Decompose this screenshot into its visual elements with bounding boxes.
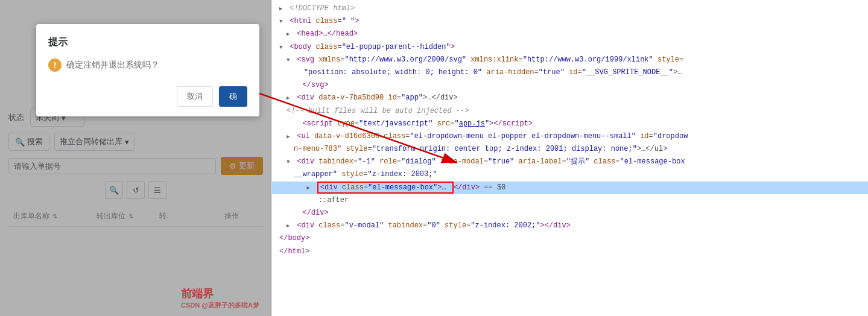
code-line-11: <div tabindex="-1" role="dialog" aria-mo… bbox=[272, 156, 868, 168]
triangle-3[interactable] bbox=[287, 28, 293, 40]
code-line-17: </html> bbox=[272, 245, 868, 258]
dialog-overlay: 提示 ! 确定注销并退出系统吗？ 取消 确 bbox=[0, 0, 271, 316]
code-line-4: <body class="el-popup-parent--hidden"> bbox=[272, 41, 868, 54]
confirm-button[interactable]: 确 bbox=[219, 86, 247, 107]
code-line-6: </svg> bbox=[272, 79, 868, 92]
code-line-11b: __wrapper" style="z-index: 2003;" bbox=[272, 168, 868, 181]
cancel-button[interactable]: 取消 bbox=[177, 86, 213, 107]
dialog-title: 提示 bbox=[48, 36, 247, 49]
code-line-1: <!DOCTYPE html> bbox=[272, 2, 868, 15]
warning-icon: ! bbox=[48, 58, 62, 72]
code-line-2: <html class=" "> bbox=[272, 15, 868, 28]
triangle-12[interactable] bbox=[307, 182, 313, 194]
triangle-2[interactable] bbox=[279, 16, 285, 27]
triangle-11[interactable] bbox=[287, 156, 293, 168]
dialog-footer: 取消 确 bbox=[48, 86, 247, 107]
code-line-13: ::after bbox=[272, 194, 868, 207]
dialog-content: ! 确定注销并退出系统吗？ bbox=[48, 58, 247, 72]
triangle-1[interactable] bbox=[279, 3, 285, 14]
code-line-12[interactable]: <div class="el-message-box">… </div> == … bbox=[272, 182, 868, 194]
left-panel: 提示 ! 确定注销并退出系统吗？ 取消 确 状态 未关闭 ▾ 🔍 搜索 bbox=[0, 0, 271, 316]
code-line-14: </div> bbox=[272, 207, 868, 220]
code-line-7: <div data-v-7ba5bd90 id="app">…</div> bbox=[272, 92, 868, 104]
triangle-4[interactable] bbox=[279, 42, 285, 53]
triangle-7[interactable] bbox=[287, 92, 293, 104]
dialog-box: 提示 ! 确定注销并退出系统吗？ 取消 确 bbox=[36, 24, 259, 116]
right-panel[interactable]: <!DOCTYPE html> <html class=" "> <head>…… bbox=[271, 0, 868, 316]
code-line-8: <!-- built files will be auto injected -… bbox=[272, 105, 868, 118]
code-line-10: <ul data-v-d16d6306 class="el-dropdown-m… bbox=[272, 130, 868, 143]
code-line-10b: n-menu-783" style="transform-origin: cen… bbox=[272, 143, 868, 156]
code-line-9: <script type="text/javascript" src="app.… bbox=[272, 118, 868, 130]
triangle-15[interactable] bbox=[287, 220, 293, 232]
code-line-3: <head>…</head> bbox=[272, 28, 868, 40]
code-line-15: <div class="v-modal" tabindex="0" style=… bbox=[272, 220, 868, 232]
code-line-5: <svg xmlns="http://www.w3.org/2000/svg" … bbox=[272, 54, 868, 66]
triangle-5[interactable] bbox=[287, 54, 293, 66]
triangle-10[interactable] bbox=[287, 131, 293, 142]
dialog-message: 确定注销并退出系统吗？ bbox=[66, 60, 159, 71]
code-line-5b: "position: absolute; width: 0; height: 0… bbox=[272, 66, 868, 79]
code-line-16: </body> bbox=[272, 232, 868, 245]
